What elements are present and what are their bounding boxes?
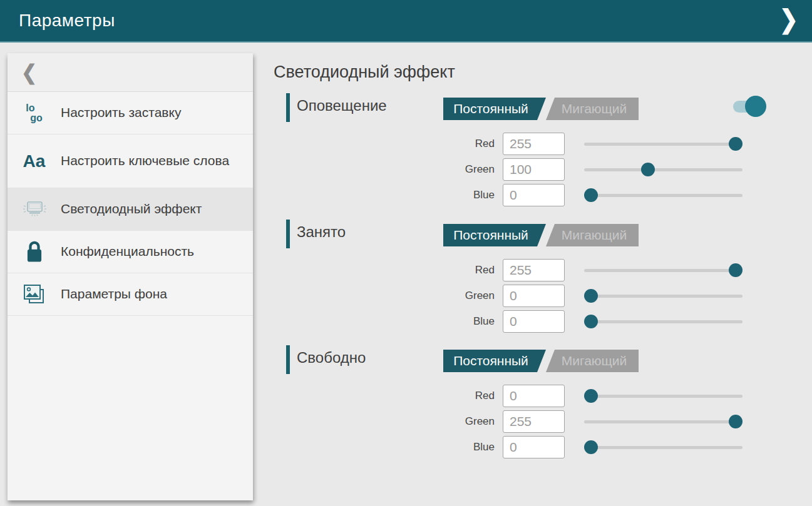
slider-track: [584, 295, 743, 298]
section-accent-bar: [286, 93, 290, 122]
slider-track: [584, 420, 743, 423]
section-notification: Оповещение Постоянный Мигающий Red Green…: [274, 93, 812, 218]
green-value-input[interactable]: [503, 158, 565, 181]
green-slider[interactable]: [584, 289, 743, 303]
mode-blinking-button[interactable]: Мигающий: [543, 98, 639, 120]
mode-segmented-control: Постоянный Мигающий: [443, 98, 641, 120]
sidebar-item-label: Параметры фона: [61, 286, 176, 303]
red-channel-row: Red: [449, 385, 743, 407]
sidebar-item-label: Светодиодный эффект: [61, 201, 210, 218]
slider-thumb[interactable]: [729, 415, 743, 428]
blue-slider[interactable]: [584, 315, 743, 328]
blue-slider[interactable]: [584, 188, 743, 202]
slider-thumb[interactable]: [584, 440, 598, 454]
blue-channel-row: Blue: [449, 436, 743, 458]
blue-value-input[interactable]: [503, 310, 565, 333]
sidebar-item-led-effect[interactable]: Светодиодный эффект: [8, 188, 253, 231]
red-value-input[interactable]: [503, 133, 565, 155]
enable-toggle[interactable]: [733, 96, 766, 117]
slider-thumb[interactable]: [584, 188, 598, 202]
green-channel-row: Green: [449, 410, 743, 433]
green-label: Green: [449, 290, 495, 302]
green-label: Green: [449, 163, 495, 176]
green-value-input[interactable]: [503, 410, 565, 433]
mode-solid-button[interactable]: Постоянный: [443, 98, 546, 120]
mode-segmented-control: Постоянный Мигающий: [443, 350, 641, 372]
section-free: Свободно Постоянный Мигающий Red Green B…: [274, 345, 812, 470]
red-label: Red: [449, 390, 495, 402]
logo-icon: logo: [8, 103, 61, 122]
red-label: Red: [449, 264, 495, 276]
slider-thumb[interactable]: [584, 289, 598, 303]
sidebar-item-label: Настроить ключевые слова: [61, 153, 238, 170]
blue-value-input[interactable]: [503, 436, 565, 458]
slider-thumb[interactable]: [729, 137, 743, 151]
keywords-icon: Aa: [8, 151, 61, 171]
green-value-input[interactable]: [503, 285, 565, 307]
red-slider[interactable]: [584, 389, 743, 403]
settings-sidebar: ❮ logo Настроить заставку Aa Настроить к…: [8, 53, 253, 500]
slider-thumb[interactable]: [584, 389, 598, 403]
sidebar-item-keywords[interactable]: Aa Настроить ключевые слова: [8, 134, 253, 188]
slider-track: [584, 320, 743, 323]
blue-value-input[interactable]: [503, 184, 565, 206]
slider-track: [584, 395, 743, 398]
section-title: Свободно: [297, 349, 366, 367]
red-slider[interactable]: [584, 137, 743, 151]
blue-label: Blue: [449, 189, 495, 201]
slider-thumb[interactable]: [641, 163, 655, 176]
section-busy: Занято Постоянный Мигающий Red Green Blu…: [274, 219, 812, 344]
red-channel-row: Red: [449, 133, 743, 155]
slider-track: [584, 194, 743, 197]
background-images-icon: [8, 281, 61, 308]
chevron-right-icon[interactable]: ❯: [779, 4, 798, 34]
blue-label: Blue: [449, 441, 495, 453]
slider-thumb[interactable]: [584, 315, 598, 328]
mode-solid-button[interactable]: Постоянный: [443, 350, 546, 372]
mode-segmented-control: Постоянный Мигающий: [443, 224, 641, 246]
mode-blinking-button[interactable]: Мигающий: [543, 224, 639, 246]
blue-slider[interactable]: [584, 440, 743, 454]
blue-channel-row: Blue: [449, 310, 743, 333]
sidebar-collapse-button[interactable]: ❮: [8, 53, 253, 92]
blue-label: Blue: [449, 315, 495, 328]
sidebar-item-label: Конфиденциальность: [61, 243, 203, 260]
red-value-input[interactable]: [503, 385, 565, 407]
green-channel-row: Green: [449, 285, 743, 307]
slider-thumb[interactable]: [729, 263, 743, 277]
red-slider[interactable]: [584, 263, 743, 277]
green-channel-row: Green: [449, 158, 743, 181]
sidebar-item-background[interactable]: Параметры фона: [8, 273, 253, 316]
section-accent-bar: [286, 220, 290, 248]
green-slider[interactable]: [584, 415, 743, 428]
slider-track: [584, 168, 743, 171]
slider-track: [584, 446, 743, 449]
sidebar-item-screensaver[interactable]: logo Настроить заставку: [8, 92, 253, 134]
section-title: Оповещение: [297, 97, 387, 114]
sidebar-item-label: Настроить заставку: [61, 104, 190, 121]
chevron-left-icon: ❮: [21, 60, 37, 84]
slider-track: [584, 143, 743, 146]
section-accent-bar: [286, 345, 290, 374]
red-value-input[interactable]: [503, 259, 565, 281]
red-channel-row: Red: [449, 259, 743, 281]
blue-channel-row: Blue: [449, 184, 743, 206]
lock-icon: [8, 240, 61, 263]
green-label: Green: [449, 415, 495, 428]
content-title: Светодиодный эффект: [274, 63, 455, 82]
slider-track: [584, 269, 743, 272]
toggle-knob: [745, 96, 766, 117]
led-display-icon: [8, 200, 61, 220]
section-title: Занято: [297, 223, 346, 241]
page-title: Параметры: [19, 11, 115, 31]
green-slider[interactable]: [584, 163, 743, 176]
app-header: Параметры ❯: [0, 0, 812, 43]
mode-solid-button[interactable]: Постоянный: [443, 224, 546, 246]
mode-blinking-button[interactable]: Мигающий: [543, 350, 639, 372]
sidebar-item-privacy[interactable]: Конфиденциальность: [8, 231, 253, 273]
red-label: Red: [449, 138, 495, 150]
